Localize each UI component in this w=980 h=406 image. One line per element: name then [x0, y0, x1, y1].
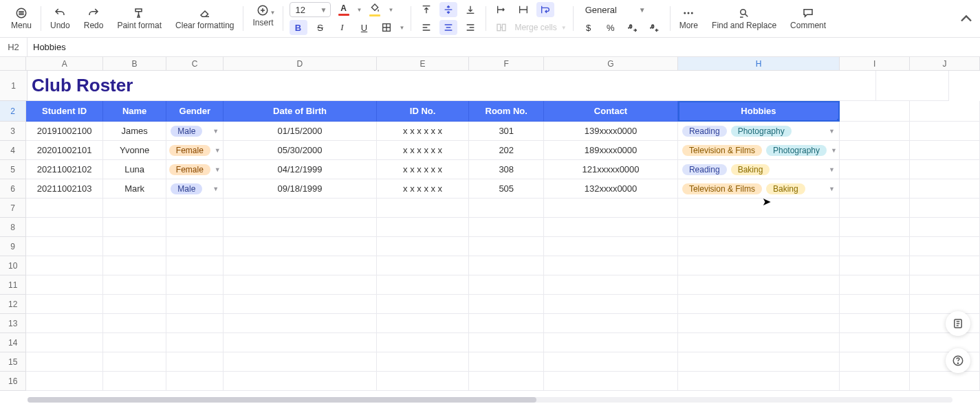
cell[interactable] [678, 218, 840, 237]
header-cell-contact[interactable]: Contact [544, 101, 678, 122]
header-cell-name[interactable]: Name [103, 101, 166, 122]
cell[interactable] [544, 199, 678, 218]
cell[interactable] [678, 314, 840, 333]
cell-contact[interactable]: 189xxxx0000 [544, 141, 678, 160]
row-header-15[interactable]: 15 [0, 352, 26, 372]
cell[interactable] [803, 71, 876, 101]
cell[interactable] [377, 333, 470, 352]
paint-format-button[interactable]: Paint format [110, 7, 168, 30]
percent-button[interactable]: % [602, 20, 620, 35]
cell-hobbies[interactable]: Television & FilmsPhotography▼ [678, 141, 840, 160]
find-replace-button[interactable]: Find and Replace [705, 7, 783, 30]
horizontal-scrollbar[interactable] [0, 394, 980, 406]
row-header-11[interactable]: 11 [0, 275, 26, 295]
formula-input[interactable]: Hobbies [28, 42, 66, 52]
name-box[interactable]: H2 [0, 38, 28, 56]
cell-name[interactable]: Luna [103, 160, 166, 179]
cell-idno[interactable]: x x x x x x [377, 179, 470, 199]
cell[interactable] [469, 199, 544, 218]
cell[interactable] [26, 275, 103, 295]
cell[interactable] [678, 275, 840, 295]
cell[interactable] [26, 352, 103, 372]
cell[interactable] [224, 295, 377, 314]
header-cell-gender[interactable]: Gender [166, 101, 224, 122]
cell[interactable] [377, 237, 470, 256]
row-header-3[interactable]: 3 [0, 122, 26, 141]
column-header-A[interactable]: A [26, 57, 102, 71]
cell[interactable] [544, 218, 678, 237]
cell[interactable] [166, 256, 224, 275]
cell[interactable] [103, 218, 166, 237]
dropdown-arrow-icon[interactable]: ▼ [213, 185, 219, 192]
header-cell-dob[interactable]: Date of Birth [224, 101, 377, 122]
dropdown-arrow-icon[interactable]: ▼ [215, 147, 221, 154]
redo-button[interactable]: Redo [77, 7, 111, 30]
cell-student-id[interactable]: 20211002102 [26, 160, 103, 179]
cell[interactable] [166, 352, 224, 372]
cell[interactable] [840, 314, 910, 333]
cell[interactable] [469, 237, 544, 256]
cell[interactable] [377, 256, 470, 275]
valign-middle-button[interactable] [439, 2, 457, 17]
cell[interactable] [26, 256, 103, 275]
currency-button[interactable]: $ [580, 20, 598, 35]
dropdown-arrow-icon[interactable]: ▼ [829, 166, 835, 173]
cell[interactable] [103, 199, 166, 218]
cell-name[interactable]: Yvonne [103, 141, 166, 160]
row-header-9[interactable]: 9 [0, 237, 26, 256]
column-header-F[interactable]: F [469, 57, 544, 71]
column-header-D[interactable]: D [224, 57, 377, 71]
cell[interactable] [103, 314, 166, 333]
cell-gender[interactable]: Female▼ [166, 160, 224, 179]
cell[interactable] [678, 199, 840, 218]
cell[interactable] [377, 295, 470, 314]
cell[interactable] [910, 199, 980, 218]
cell[interactable] [840, 256, 910, 275]
cell[interactable] [469, 256, 544, 275]
column-header-B[interactable]: B [103, 57, 166, 71]
help-button[interactable] [946, 348, 970, 373]
cell[interactable] [910, 295, 980, 314]
cell[interactable] [103, 372, 166, 391]
cell[interactable] [840, 179, 910, 199]
row-header-6[interactable]: 6 [0, 179, 26, 199]
cell[interactable] [377, 314, 470, 333]
cell-dob[interactable]: 05/30/2000 [224, 141, 377, 160]
cell-dob[interactable]: 01/15/2000 [224, 122, 377, 141]
cell[interactable] [876, 71, 949, 101]
header-cell-hobbies[interactable]: Hobbies [678, 101, 840, 122]
cell[interactable] [678, 237, 840, 256]
dropdown-arrow-icon[interactable]: ▼ [829, 185, 835, 192]
cell-dob[interactable]: 04/12/1999 [224, 160, 377, 179]
cell[interactable] [224, 333, 377, 352]
borders-button[interactable] [378, 20, 395, 35]
cell[interactable] [166, 314, 224, 333]
cell[interactable] [840, 199, 910, 218]
cell-gender[interactable]: Male▼ [166, 179, 224, 199]
cell-hobbies[interactable]: ReadingBaking▼ [678, 160, 840, 179]
cell[interactable] [840, 141, 910, 160]
dropdown-arrow-icon[interactable]: ▼ [213, 128, 219, 135]
cell[interactable] [910, 237, 980, 256]
cell[interactable] [678, 295, 840, 314]
cell[interactable] [103, 295, 166, 314]
fill-color-button[interactable] [366, 2, 384, 17]
cell[interactable] [910, 333, 980, 352]
cell[interactable] [26, 199, 103, 218]
cell[interactable] [469, 314, 544, 333]
cell-student-id[interactable]: 20211002103 [26, 179, 103, 199]
cell[interactable] [166, 199, 224, 218]
wrap-wrap-button[interactable] [536, 2, 554, 17]
cell[interactable] [224, 199, 377, 218]
cell[interactable] [910, 141, 980, 160]
cell[interactable] [377, 372, 470, 391]
chevron-down-icon[interactable]: ▼ [400, 25, 405, 31]
selection-handle[interactable] [837, 119, 840, 122]
cell[interactable] [469, 372, 544, 391]
cell[interactable] [377, 199, 470, 218]
cell[interactable] [840, 275, 910, 295]
underline-button[interactable]: U [356, 20, 373, 35]
row-header-8[interactable]: 8 [0, 218, 26, 237]
cell[interactable] [840, 295, 910, 314]
font-size-select[interactable]: 12 ▼ [290, 2, 331, 17]
